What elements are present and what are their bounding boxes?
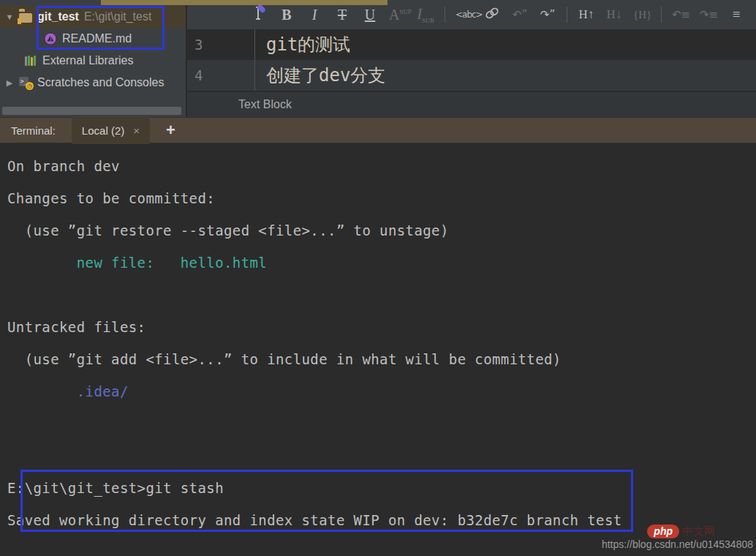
terminal-label: Terminal: [11,124,56,137]
scratches-label: Scratches and Consoles [37,76,164,89]
tree-row-project-root[interactable]: ▼ git_test E:\git\git_test [0,6,186,28]
subscript-button[interactable]: ISUB [417,6,434,24]
header-up-button[interactable]: H↑ [578,7,595,22]
watermark: php 中文网 https://blog.csdn.net/u014534808 [602,525,753,550]
edit-pencil-icon[interactable] [250,4,268,26]
unquote-button[interactable]: ↶” [511,8,529,21]
project-root-name: git_test [37,10,79,23]
folder-icon [19,11,32,23]
terminal-line: (use ”git add <file>...” to include in w… [7,343,756,375]
terminal-line-new-file: new file: hello.html [7,247,756,279]
scratches-console-icon: >_ ◷ [19,77,32,89]
external-libraries-label: External Libraries [42,54,134,67]
line-4-text: 创建了dev分支 [254,60,385,91]
project-tree-panel: ▼ git_test E:\git\git_test README.md Ext… [0,0,186,117]
superscript-button[interactable]: ASUP [389,7,407,23]
terminal-line-idea-dir: .idea/ [7,375,756,407]
tree-row-scratches[interactable]: ▶ >_ ◷ Scratches and Consoles [0,72,186,94]
bold-button[interactable]: B [278,7,295,23]
terminal-line [7,407,756,440]
quote-button[interactable]: ↷” [539,8,556,21]
watermark-url: https://blog.csdn.net/u014534808 [602,538,753,550]
terminal-tab-local[interactable]: Local (2) × [72,117,150,144]
markdown-editor-panel: B I T U ASUP ISUB <abc> ↶” ↷” H↑ H↓ {H} … [187,0,756,117]
readme-label: README.md [62,32,132,45]
underline-button[interactable]: U [361,7,379,23]
breadcrumb-text-block[interactable]: Text Block [238,98,292,111]
close-icon[interactable]: × [133,124,140,137]
new-terminal-button[interactable]: + [166,121,175,140]
editor-line-3[interactable]: 3 git的测试 [187,29,756,60]
strikethrough-button[interactable]: T [333,7,351,23]
tree-row-readme[interactable]: README.md [0,28,186,50]
italic-button[interactable]: I [306,7,323,23]
tree-horizontal-scrollbar[interactable] [2,107,181,115]
list-indent-button[interactable]: ↷≡ [700,8,717,21]
toggle-header-button[interactable]: {H} [633,9,651,21]
bullet-list-button[interactable]: ≡ [727,7,745,23]
terminal-line: (use ”git restore --staged <file>...” to… [7,214,756,247]
php-logo: php [647,525,679,538]
project-root-path: E:\git\git_test [84,10,152,23]
terminal-line: Untracked files: [7,311,756,343]
terminal-line [7,279,756,311]
terminal-line [7,440,756,472]
terminal-tab-bar: Terminal: Local (2) × + [0,117,756,144]
header-down-button[interactable]: H↓ [605,7,623,22]
chevron-right-icon[interactable]: ▶ [0,78,19,88]
php-cn-text: 中文网 [682,525,715,538]
markdown-file-icon [44,33,57,45]
list-unindent-button[interactable]: ↶≡ [672,8,689,21]
link-icon[interactable] [483,5,501,25]
chevron-down-icon[interactable]: ▼ [0,12,19,21]
tree-row-external-libraries[interactable]: External Libraries [0,50,186,72]
terminal-line: On branch dev [7,150,756,182]
line-number-4: 4 [187,67,254,83]
terminal-tab-label: Local (2) [82,124,124,137]
line-number-3: 3 [187,37,254,53]
editor-code-area[interactable]: 3 git的测试 4 创建了dev分支 [187,29,756,92]
toolbar-separator [661,7,662,23]
code-span-button[interactable]: <abc> [456,10,473,20]
terminal-line-git-stash-command: E:\git\git_test>git stash [7,472,756,504]
breadcrumb-bar: Text Block [187,92,756,117]
toolbar-separator [445,7,445,23]
external-libraries-icon [24,55,37,67]
terminal-line: Changes to be committed: [7,182,756,214]
line-3-text: git的测试 [254,29,350,60]
editor-line-4[interactable]: 4 创建了dev分支 [187,60,756,91]
terminal-output[interactable]: On branch dev Changes to be committed: (… [0,144,756,556]
toolbar-separator [567,7,567,23]
top-olive-strip [101,0,388,5]
